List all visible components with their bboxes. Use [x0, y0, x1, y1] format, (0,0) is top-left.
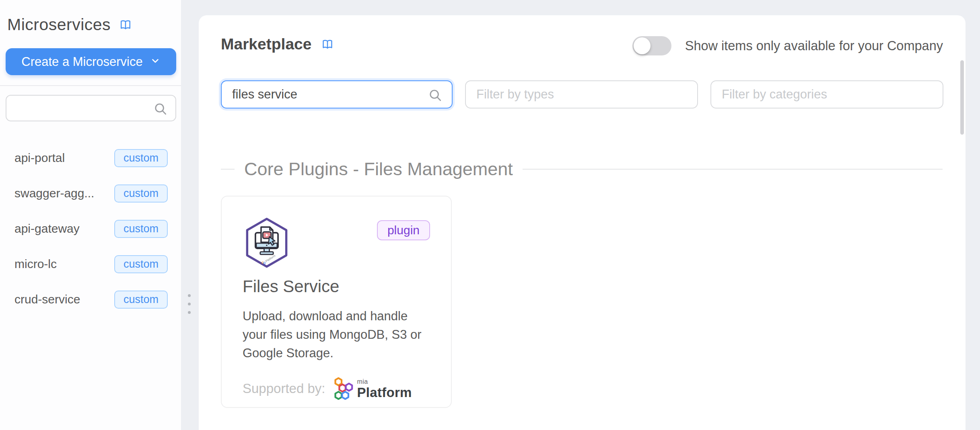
sidebar-item-swagger-aggregator[interactable]: swagger-agg... custom	[0, 176, 181, 211]
toggle-label: Show items only available for your Compa…	[685, 39, 943, 53]
section-divider-left	[221, 169, 235, 170]
custom-badge: custom	[114, 291, 168, 309]
drag-handle-icon	[188, 303, 191, 305]
marketplace-card-files-service[interactable]: Platform plugin Files Service Upload, do…	[221, 196, 452, 408]
plugin-type-badge: plugin	[377, 220, 430, 240]
sidebar-title: Microservices	[7, 15, 133, 34]
filter-by-types-box	[465, 80, 698, 109]
filter-by-types-input[interactable]	[466, 81, 697, 108]
chevron-down-icon	[150, 55, 161, 69]
custom-badge: custom	[114, 220, 168, 238]
sidebar-item-api-gateway[interactable]: api-gateway custom	[0, 211, 181, 246]
card-top-row: Platform plugin	[243, 216, 430, 271]
filter-by-categories-box	[710, 80, 943, 109]
toggle-knob	[634, 37, 651, 54]
sidebar-item-micro-lc[interactable]: micro-lc custom	[0, 246, 181, 282]
card-title: Files Service	[243, 277, 430, 296]
custom-badge: custom	[114, 184, 168, 203]
microservice-name: micro-lc	[14, 257, 57, 271]
microservices-list: api-portal custom swagger-agg... custom …	[0, 140, 181, 317]
marketplace-search-input[interactable]	[222, 81, 452, 108]
card-description: Upload, download and handle your files u…	[243, 307, 424, 362]
search-icon	[428, 88, 443, 104]
search-icon	[153, 101, 168, 118]
files-service-hexagon-icon: Platform	[243, 216, 291, 271]
docs-book-icon[interactable]	[320, 38, 335, 51]
filter-by-categories-input[interactable]	[711, 81, 943, 108]
sidebar-item-crud-service[interactable]: crud-service custom	[0, 282, 181, 317]
sidebar-search-box	[6, 95, 176, 121]
microservices-sidebar: Microservices Create a Microservice api-…	[0, 0, 181, 430]
marketplace-header: Marketplace	[221, 35, 335, 53]
marketplace-filter-row	[221, 80, 943, 109]
sidebar-search-input[interactable]	[6, 96, 175, 121]
microservice-name: api-gateway	[14, 222, 80, 235]
sidebar-title-text: Microservices	[7, 15, 111, 34]
vertical-scrollbar-thumb[interactable]	[960, 60, 964, 135]
sidebar-divider	[0, 85, 181, 86]
sidebar-resize-handle[interactable]	[187, 294, 191, 319]
company-only-toggle[interactable]	[632, 36, 671, 55]
drag-handle-icon	[188, 294, 191, 297]
supported-by-row: Supported by: mia Platform	[243, 377, 430, 400]
microservice-name: crud-service	[14, 293, 80, 306]
docs-book-icon[interactable]	[118, 18, 133, 32]
custom-badge: custom	[114, 149, 168, 167]
microservice-name: api-portal	[14, 151, 65, 165]
create-microservice-button[interactable]: Create a Microservice	[6, 48, 176, 75]
mia-platform-wordmark: mia Platform	[357, 379, 412, 399]
company-filter-toggle-row: Show items only available for your Compa…	[632, 36, 943, 55]
section-title: Core Plugins - Files Management	[244, 159, 513, 180]
drag-handle-icon	[188, 311, 191, 314]
mia-platform-logo: mia Platform	[334, 377, 412, 400]
page-title: Marketplace	[221, 35, 311, 53]
section-header: Core Plugins - Files Management	[221, 157, 943, 182]
sidebar-item-api-portal[interactable]: api-portal custom	[0, 140, 181, 176]
marketplace-panel: Marketplace Show items only available fo…	[199, 15, 966, 430]
microservice-name: swagger-agg...	[14, 186, 94, 200]
custom-badge: custom	[114, 255, 168, 273]
supported-by-label: Supported by:	[243, 381, 325, 396]
create-microservice-label: Create a Microservice	[21, 55, 142, 69]
marketplace-search-box	[221, 80, 453, 109]
section-divider-right	[523, 169, 943, 170]
